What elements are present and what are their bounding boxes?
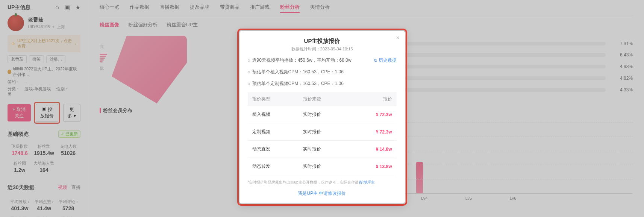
close-icon[interactable]: × [396, 35, 399, 41]
contact-link[interactable]: 咨询UP主 [359, 180, 375, 184]
cell-type: 动态转发 [248, 158, 299, 175]
stat-label: 预估单个定制视频CPM： [252, 81, 303, 86]
table-row: 动态转发实时报价¥ 13.8w [248, 158, 397, 175]
th-price: 报价 [349, 92, 396, 106]
modal-time-label: 数据统计时间： [291, 47, 320, 51]
modal-time-value: 2023-09-04 10:15 [320, 47, 353, 51]
cell-source: 实时报价 [299, 158, 349, 175]
stat-label: 预估单个植入视频CPM： [252, 69, 303, 74]
cell-price: ¥ 13.8w [349, 158, 396, 175]
cell-price: ¥ 72.3w [349, 106, 396, 123]
table-row: 定制视频实时报价¥ 72.3w [248, 123, 397, 141]
disclaimer-text: *实时报价和品牌露出均出自up主公开数据，仅作参考，实际合作请 [248, 180, 359, 184]
th-type: 报价类型 [248, 92, 299, 106]
cell-source: 实时报价 [299, 141, 349, 158]
quote-table: 报价类型 报价来源 报价 植入视频实时报价¥ 72.3w定制视频实时报价¥ 72… [248, 92, 397, 175]
cell-price: ¥ 14.8w [349, 141, 396, 158]
cell-type: 定制视频 [248, 123, 299, 141]
stat-value: 68.0w [339, 58, 352, 63]
table-row: 动态直发实时报价¥ 14.8w [248, 141, 397, 158]
cell-source: 实时报价 [299, 123, 349, 141]
stat-label: 近90天视频平均播放： [252, 58, 298, 63]
th-source: 报价来源 [299, 92, 349, 106]
cell-price: ¥ 72.3w [349, 123, 396, 141]
stat-value: 450.6w [298, 58, 312, 63]
cell-source: 实时报价 [299, 106, 349, 123]
history-link[interactable]: ↻ 历史数据 [374, 57, 397, 64]
modal-footer-link[interactable]: 我是UP主 申请修改报价 [248, 190, 397, 197]
cell-type: 植入视频 [248, 106, 299, 123]
table-row: 植入视频实时报价¥ 72.3w [248, 106, 397, 123]
cell-type: 动态直发 [248, 141, 299, 158]
modal-title: UP主投放报价 [248, 38, 397, 45]
quote-modal: × UP主投放报价 数据统计时间：2023-09-04 10:15 近90天视频… [239, 31, 405, 203]
